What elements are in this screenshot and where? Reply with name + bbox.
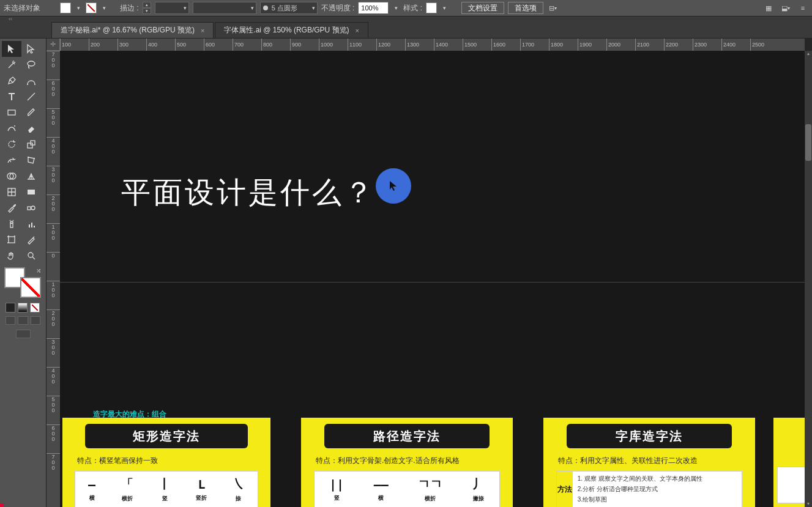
card-library-method: 字库造字法 特点：利用文字属性、关联性进行二次改造 方法 1. 观察 观察文字之… (543, 418, 755, 507)
screen-mode[interactable] (16, 330, 31, 338)
stroke-weight-stepper[interactable]: ▴▾ (143, 2, 151, 14)
tab-document-2[interactable]: 字体属性.ai @ 150% (RGB/GPU 预览) × (215, 22, 368, 38)
blend-tool[interactable] (21, 200, 41, 216)
column-graph-tool[interactable] (21, 216, 41, 232)
grid-icon[interactable]: ▦ (763, 2, 774, 13)
tab-label: 字体属性.ai @ 150% (RGB/GPU 预览) (224, 25, 349, 35)
opacity-dropdown-icon[interactable] (392, 2, 400, 13)
perspective-grid-tool[interactable] (21, 168, 41, 184)
method-line: 2.分析 分析适合哪种呈现方式 (578, 485, 737, 494)
free-transform-tool[interactable] (21, 152, 41, 168)
draw-normal[interactable] (6, 316, 15, 325)
symbol-sprayer-tool[interactable] (2, 216, 21, 232)
artboard-tool[interactable] (2, 232, 21, 248)
mesh-tool[interactable] (2, 184, 21, 200)
draw-mode-row (2, 314, 44, 327)
stroke-swatch[interactable] (86, 2, 97, 13)
workspace: ✛ 10020030040050060070080090010001100120… (47, 39, 812, 507)
method-line: 1. 观察 观察文字之间的关联、文字本身的属性 (578, 475, 737, 483)
svg-rect-3 (8, 110, 15, 115)
hand-tool[interactable] (2, 248, 21, 264)
collapse-handle[interactable]: ‹‹ (0, 17, 812, 21)
eraser-tool[interactable] (21, 120, 41, 136)
close-icon[interactable]: × (201, 27, 204, 34)
card-glyph-box: ||竖 ——横 ㄱㄱ横折 丿撇捺 (314, 471, 500, 507)
magic-wand-tool[interactable] (2, 57, 21, 73)
ruler-horizontal[interactable]: 1002003004005006007008009001000110012001… (60, 39, 805, 51)
svg-point-2 (34, 84, 35, 85)
close-icon[interactable]: × (356, 27, 359, 34)
canvas[interactable]: 平面设计是什么？ 造字最大的难点：组合 矩形造字法 特点：横竖笔画保持一致 —横… (60, 51, 805, 507)
paintbrush-tool[interactable] (21, 105, 41, 120)
pen-tool[interactable] (2, 73, 21, 89)
align-to-icon[interactable]: ⊟▾ (547, 2, 558, 13)
card-title: 字库造字法 (567, 424, 732, 448)
svg-point-14 (31, 206, 35, 210)
scrollbar-thumb[interactable] (805, 124, 811, 161)
width-tool[interactable] (2, 152, 21, 168)
card-feature: 特点：横竖笔画保持一致 (77, 456, 270, 466)
fill-dropdown-icon[interactable] (75, 2, 82, 13)
direct-selection-tool[interactable] (21, 41, 41, 57)
shape-builder-tool[interactable] (2, 168, 21, 184)
slice-tool[interactable] (21, 232, 41, 248)
rotate-tool[interactable] (2, 136, 21, 152)
curvature-tool[interactable] (21, 73, 41, 89)
svg-rect-16 (9, 237, 15, 243)
shaper-tool[interactable] (2, 120, 21, 136)
style-label: 样式 : (403, 3, 422, 13)
svg-rect-12 (28, 190, 35, 194)
method-line: 3.绘制草图 (578, 495, 737, 504)
draw-inside[interactable] (31, 316, 40, 325)
tab-document-1[interactable]: 造字秘籍.ai* @ 16.67% (RGB/GPU 预览) × (51, 22, 214, 38)
variable-width-profile[interactable]: ▾ (193, 2, 256, 14)
fill-swatch[interactable] (60, 2, 71, 13)
document-setup-button[interactable]: 文档设置 (461, 2, 504, 14)
gradient-tool[interactable] (21, 184, 41, 200)
svg-rect-5 (28, 143, 32, 148)
line-tool[interactable] (21, 89, 41, 105)
lasso-tool[interactable] (21, 57, 41, 73)
scale-tool[interactable] (21, 136, 41, 152)
screen-mode-row (2, 327, 44, 341)
control-bar: 未选择对象 描边 : ▴▾ ▾ ▾ 5 点圆形 ▾ 不透明度 : 100% 样式… (0, 0, 812, 17)
arrange-docs-icon[interactable]: ⬓▾ (780, 2, 791, 13)
card-glyph-box: —横 「横折 丨竖 L竖折 ㇏捺 (75, 471, 258, 507)
brush-select[interactable]: 5 点圆形 ▾ (260, 2, 318, 14)
style-dropdown-icon[interactable] (441, 2, 448, 13)
selection-status: 未选择对象 (4, 3, 40, 13)
ruler-origin[interactable]: ✛ (47, 39, 60, 51)
vertical-scrollbar[interactable]: ▴ ▾ (805, 51, 812, 507)
selection-tool[interactable] (2, 41, 21, 57)
swap-colors-icon[interactable]: ⤭ (36, 267, 41, 274)
preferences-button[interactable]: 首选项 (508, 2, 543, 14)
rectangle-tool[interactable] (2, 105, 21, 120)
scroll-down-icon[interactable]: ▾ (805, 501, 812, 507)
card-rect-method: 矩形造字法 特点：横竖笔画保持一致 —横 「横折 丨竖 L竖折 ㇏捺 (62, 418, 270, 507)
stroke-weight-label: 描边 : (120, 3, 139, 13)
scroll-up-icon[interactable]: ▴ (805, 51, 812, 57)
card-glyph-box (777, 467, 805, 503)
status-indicator (0, 503, 4, 507)
stroke-color[interactable] (20, 277, 41, 298)
color-none[interactable] (30, 303, 40, 313)
card-partial (773, 418, 805, 507)
opacity-input[interactable]: 100% (358, 2, 389, 14)
type-tool[interactable] (2, 89, 21, 105)
svg-point-4 (14, 125, 15, 127)
draw-behind[interactable] (18, 316, 28, 325)
eyedropper-tool[interactable] (2, 200, 21, 216)
color-gradient[interactable] (18, 303, 28, 313)
fill-stroke-control[interactable]: ⤭ (4, 267, 41, 298)
stroke-dropdown-icon[interactable] (100, 2, 108, 13)
ruler-vertical[interactable]: 7006005004003002001000100200300400500600… (47, 51, 60, 507)
card-feature: 特点：利用文字骨架.创造文字.适合所有风格 (316, 456, 513, 466)
list-icon[interactable]: ≡ (797, 2, 808, 13)
zoom-tool[interactable] (21, 248, 41, 264)
cursor-indicator (376, 168, 411, 204)
stroke-weight-select[interactable]: ▾ (155, 2, 189, 14)
color-solid[interactable] (6, 303, 15, 313)
graphic-style-swatch[interactable] (426, 2, 437, 13)
artboard-divider (60, 282, 805, 283)
svg-rect-15 (10, 223, 13, 228)
